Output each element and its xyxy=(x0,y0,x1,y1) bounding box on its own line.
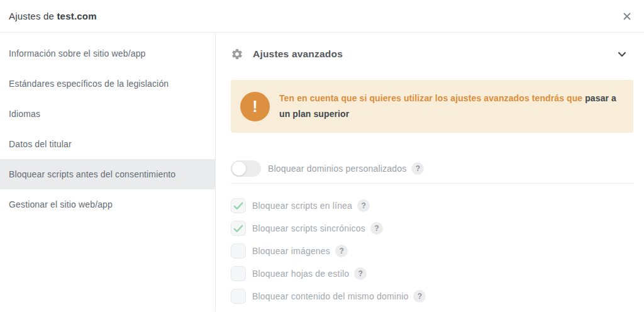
sidebar-item-manage-site[interactable]: Gestionar el sitio web/app xyxy=(0,189,215,220)
custom-domains-toggle-row: Bloquear dominios personalizados ? xyxy=(231,160,634,177)
settings-dialog: Ajustes de test.com Información sobre el… xyxy=(0,0,644,312)
section-header: Ajustes avanzados xyxy=(231,47,634,62)
warning-text-highlight: Ten en cuenta que si quieres utilizar lo… xyxy=(279,93,582,103)
sidebar-item-label: Gestionar el sitio web/app xyxy=(9,199,113,209)
dialog-body: Información sobre el sitio web/app Están… xyxy=(0,33,644,311)
help-icon[interactable]: ? xyxy=(370,222,383,235)
warning-icon: ! xyxy=(240,92,270,121)
checkbox-label: Bloquear imágenes xyxy=(252,246,330,256)
checkbox-row-stylesheets: Bloquear hojas de estilo ? xyxy=(231,262,634,285)
checkbox-row-images: Bloquear imágenes ? xyxy=(231,240,634,262)
sidebar-item-languages[interactable]: Idiomas xyxy=(0,99,215,129)
dialog-title-prefix: Ajustes de xyxy=(9,11,57,21)
checkbox-row-sync-scripts: Bloquear scripts sincrónicos ? xyxy=(231,217,634,240)
block-options-list: Bloquear scripts en línea ? Bloquear scr… xyxy=(231,194,634,308)
dialog-title-domain: test.com xyxy=(57,11,96,21)
gear-icon xyxy=(231,48,243,60)
help-icon[interactable]: ? xyxy=(413,290,426,303)
warning-text: Ten en cuenta que si quieres utilizar lo… xyxy=(279,91,624,122)
toggle-label: Bloquear dominios personalizados xyxy=(268,164,406,174)
help-icon[interactable]: ? xyxy=(411,162,424,175)
upgrade-warning-banner: ! Ten en cuenta que si quieres utilizar … xyxy=(231,80,633,133)
close-button[interactable] xyxy=(620,9,634,23)
chevron-down-icon xyxy=(618,52,626,57)
sidebar-item-label: Información sobre el sitio web/app xyxy=(9,48,146,58)
sidebar-item-label: Bloquear scripts antes del consentimient… xyxy=(9,169,175,179)
help-icon[interactable]: ? xyxy=(357,199,370,212)
checkbox-row-inline-scripts: Bloquear scripts en línea ? xyxy=(231,194,634,217)
help-icon[interactable]: ? xyxy=(354,267,367,280)
sidebar: Información sobre el sitio web/app Están… xyxy=(0,33,216,311)
help-icon[interactable]: ? xyxy=(335,245,348,257)
custom-domains-toggle[interactable] xyxy=(231,160,261,177)
checkbox-same-domain[interactable] xyxy=(231,289,246,304)
checkbox-images[interactable] xyxy=(231,243,246,259)
main-panel: Ajustes avanzados ! Ten en cuenta que si… xyxy=(216,33,644,311)
checkbox-inline-scripts[interactable] xyxy=(231,198,246,213)
collapse-section-button[interactable] xyxy=(618,52,626,57)
close-icon xyxy=(623,13,631,20)
section-divider xyxy=(231,183,633,184)
sidebar-item-legislation-standards[interactable]: Estándares específicos de la legislación xyxy=(0,69,215,99)
sidebar-item-owner-data[interactable]: Datos del titular xyxy=(0,129,215,159)
checkbox-label: Bloquear scripts en línea xyxy=(252,201,352,211)
checkbox-row-same-domain: Bloquear contenido del mismo dominio ? xyxy=(231,285,634,308)
sidebar-item-label: Idiomas xyxy=(9,109,40,119)
checkbox-label: Bloquear scripts sincrónicos xyxy=(252,223,365,233)
checkbox-label: Bloquear contenido del mismo dominio xyxy=(252,291,408,301)
dialog-title: Ajustes de test.com xyxy=(9,11,97,21)
sidebar-item-block-scripts[interactable]: Bloquear scripts antes del consentimient… xyxy=(0,159,215,189)
checkbox-sync-scripts[interactable] xyxy=(231,221,246,236)
toggle-knob xyxy=(232,162,246,176)
checkbox-stylesheets[interactable] xyxy=(231,266,246,281)
checkbox-label: Bloquear hojas de estilo xyxy=(252,269,349,279)
sidebar-item-label: Estándares específicos de la legislación xyxy=(9,79,169,89)
dialog-header: Ajustes de test.com xyxy=(0,0,644,33)
sidebar-item-label: Datos del titular xyxy=(9,139,72,149)
section-title: Ajustes avanzados xyxy=(253,48,618,60)
sidebar-item-site-info[interactable]: Información sobre el sitio web/app xyxy=(0,38,215,69)
